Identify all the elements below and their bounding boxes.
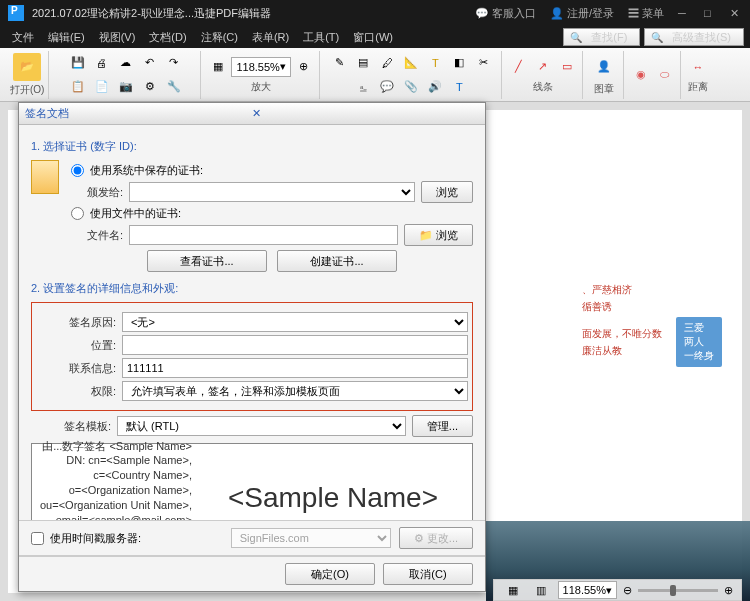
menu-link[interactable]: ☰ 菜单 [628,6,664,21]
cloud-icon[interactable]: ☁ [115,52,137,74]
loc-label: 位置: [36,338,116,353]
ok-button[interactable]: 确定(O) [285,563,375,585]
undo-icon[interactable]: ↶ [139,52,161,74]
section2-head: 2. 设置签名的详细信息和外观: [31,281,473,296]
distance-icon[interactable]: ↔ [687,56,709,78]
titlebar: 2021.07.02理论精讲2-职业理念...迅捷PDF编辑器 💬 客服入口 👤… [0,0,750,26]
line-icon[interactable]: ╱ [508,56,530,78]
textbox-icon[interactable]: T [448,76,470,98]
loc-input[interactable] [122,335,468,355]
view-cert-button[interactable]: 查看证书... [147,250,267,272]
eraser2-icon[interactable]: ⬭ [654,64,676,86]
redo-icon[interactable]: ↷ [163,52,185,74]
preview-left: 由...数字签名 <Sample Name> DN: cn=<Sample Na… [40,439,192,520]
layout1-icon[interactable]: ▦ [502,579,524,601]
zoom-label: 放大 [251,80,271,94]
tmpl-select[interactable]: 默认 (RTL) [117,416,406,436]
perm-label: 权限: [36,384,116,399]
edit1-icon[interactable]: ✎ [328,52,350,74]
radio-sys-cert[interactable] [71,164,84,177]
strike-icon[interactable]: ✂ [472,52,494,74]
reason-select[interactable]: <无> [122,312,468,332]
menu-file[interactable]: 文件 [6,28,40,47]
menu-form[interactable]: 表单(R) [246,28,295,47]
print-icon[interactable]: 🖨 [91,52,113,74]
cert-icon [31,160,59,194]
maximize-icon[interactable]: □ [704,7,716,19]
highlight-icon[interactable]: ◧ [448,52,470,74]
misc2-icon[interactable]: 🔧 [163,76,185,98]
copy-icon[interactable]: 📋 [67,76,89,98]
zoom-combo[interactable]: 118.55% ▾ [231,57,290,77]
minimize-icon[interactable]: ─ [678,7,690,19]
edit3-icon[interactable]: 🖊 [376,52,398,74]
note-icon[interactable]: 💬 [376,76,398,98]
radio-sys-label: 使用系统中保存的证书: [90,163,203,178]
eraser-icon[interactable]: ◉ [630,64,652,86]
browse-button-2[interactable]: 📁 浏览 [404,224,473,246]
close-icon[interactable]: ✕ [730,7,742,19]
signature-dialog: 签名文档 ✕ 1. 选择证书 (数字 ID): 使用系统中保存的证书: 颁发给:… [18,102,486,592]
sound-icon[interactable]: 🔊 [424,76,446,98]
statusbar: ▦ ▥ 118.55% ▾ ⊖ ⊕ [493,579,742,601]
details-redbox: 签名原因: <无> 位置: 联系信息: 权限: 允许填写表单，签名，注释和添加模… [31,302,473,411]
radio-file-label: 使用文件中的证书: [90,206,181,221]
toolbar: 📂 打开(O) 💾 🖨 ☁ ↶ ↷ 📋 📄 📷 ⚙ 🔧 ▦ 118.55% ▾ … [0,48,750,102]
file-input[interactable] [129,225,398,245]
distance-label: 距离 [688,80,708,94]
menu-doc[interactable]: 文档(D) [143,28,192,47]
menu-tool[interactable]: 工具(T) [297,28,345,47]
layout2-icon[interactable]: ▥ [530,579,552,601]
edit2-icon[interactable]: ▤ [352,52,374,74]
issuer-label: 颁发给: [71,185,123,200]
customer-link[interactable]: 💬 客服入口 [475,6,536,21]
menu-window[interactable]: 窗口(W) [347,28,399,47]
menubar: 文件 编辑(E) 视图(V) 文档(D) 注释(C) 表单(R) 工具(T) 窗… [0,26,750,48]
dialog-titlebar: 签名文档 ✕ [19,103,485,125]
issuer-select[interactable] [129,182,415,202]
browse-button-1[interactable]: 浏览 [421,181,473,203]
menu-edit[interactable]: 编辑(E) [42,28,91,47]
contact-input[interactable] [122,358,468,378]
mm-text-4: 廉洁从教 [582,344,662,358]
ts-checkbox[interactable] [31,532,44,545]
zoom-slider[interactable] [638,589,718,592]
create-cert-button[interactable]: 创建证书... [277,250,397,272]
arrow-icon[interactable]: ↗ [532,56,554,78]
cancel-button[interactable]: 取消(C) [383,563,473,585]
attach-icon[interactable]: 📎 [400,76,422,98]
search-button[interactable]: 🔍 查找(F) [563,28,640,46]
menu-annot[interactable]: 注释(C) [195,28,244,47]
login-link[interactable]: 👤 注册/登录 [550,6,614,21]
dialog-close-icon[interactable]: ✕ [252,107,479,120]
stamp-label: 图章 [594,82,614,96]
menu-view[interactable]: 视图(V) [93,28,142,47]
zoom-in-btn[interactable]: ⊕ [724,584,733,597]
dialog-title: 签名文档 [25,106,252,121]
manage-button[interactable]: 管理... [412,415,473,437]
save-icon[interactable]: 💾 [67,52,89,74]
zoom-in-icon[interactable]: ⊕ [293,56,315,78]
zoom-out-btn[interactable]: ⊖ [623,584,632,597]
radio-file-cert[interactable] [71,207,84,220]
preview-area[interactable]: 由...数字签名 <Sample Name> DN: cn=<Sample Na… [31,443,473,520]
text-icon[interactable]: T [424,52,446,74]
mindmap: 、严慈相济 循善诱 面发展，不唯分数 廉洁从教 三爱 两人 一终身 [582,280,722,367]
paste-icon[interactable]: 📄 [91,76,113,98]
open-label: 打开(O) [10,83,44,97]
perm-select[interactable]: 允许填写表单，签名，注释和添加模板页面 [122,381,468,401]
rect-icon[interactable]: ▭ [556,56,578,78]
stamp-icon[interactable]: 👤 [589,54,619,80]
file-label: 文件名: [71,228,123,243]
adv-search-button[interactable]: 🔍 高级查找(S) [644,28,744,46]
under-icon[interactable]: ⎁ [352,76,374,98]
fit-page-icon[interactable]: ▦ [207,56,229,78]
mm-node: 三爱 两人 一终身 [676,317,722,367]
mm-text-2: 循善诱 [582,300,722,314]
status-zoom[interactable]: 118.55% ▾ [558,581,617,599]
tmpl-label: 签名模板: [31,419,111,434]
edit4-icon[interactable]: 📐 [400,52,422,74]
misc1-icon[interactable]: ⚙ [139,76,161,98]
open-icon[interactable]: 📂 [13,53,41,81]
scan-icon[interactable]: 📷 [115,76,137,98]
